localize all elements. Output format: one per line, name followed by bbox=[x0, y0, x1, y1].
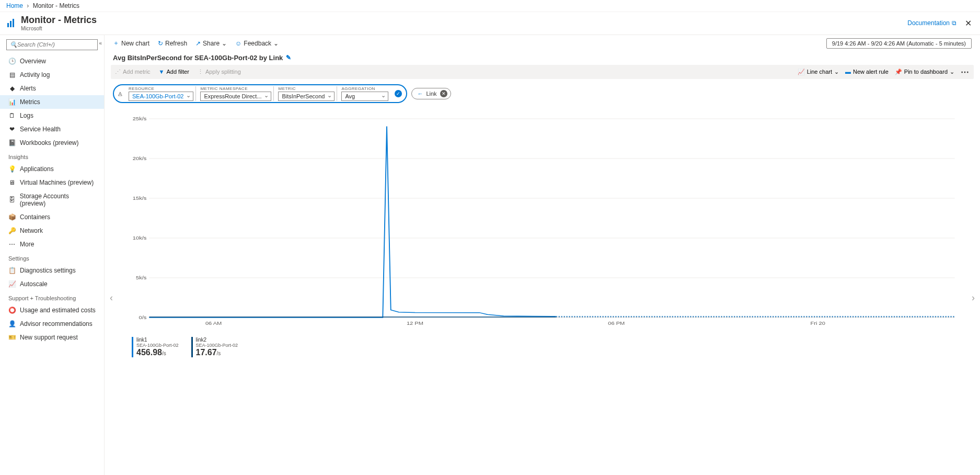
nav-icon: ⋯ bbox=[8, 241, 16, 248]
remove-tag-icon[interactable]: ✕ bbox=[440, 90, 447, 97]
filter-icon: ▼ bbox=[159, 69, 165, 75]
more-icon[interactable]: ⋯ bbox=[961, 67, 970, 77]
collapse-sidebar-icon[interactable]: « bbox=[99, 40, 102, 46]
sidebar-item-containers[interactable]: 📦Containers bbox=[0, 210, 104, 224]
namespace-label: METRIC NAMESPACE bbox=[200, 86, 271, 91]
feedback-button[interactable]: ☺Feedback ⌄ bbox=[235, 40, 279, 47]
sidebar-item-workbooks-preview-[interactable]: 📓Workbooks (preview) bbox=[0, 136, 104, 150]
chart-title: Avg BitsInPerSecond for SEA-100Gb-Port-0… bbox=[113, 54, 283, 62]
plus-icon: ＋ bbox=[113, 39, 119, 48]
refresh-button[interactable]: ↻Refresh bbox=[158, 40, 187, 47]
documentation-link[interactable]: Documentation ⧉ bbox=[907, 19, 956, 27]
sidebar-item-autoscale[interactable]: 📈Autoscale bbox=[0, 277, 104, 291]
sidebar-item-virtual-machines-preview-[interactable]: 🖥Virtual Machines (preview) bbox=[0, 176, 104, 189]
sidebar-item-network[interactable]: 🔑Network bbox=[0, 224, 104, 238]
scatter-icon: ⋰ bbox=[115, 69, 121, 75]
time-range-selector[interactable]: 9/19 4:26 AM - 9/20 4:26 AM (Automatic -… bbox=[826, 38, 972, 49]
chevron-down-icon: ⌄ bbox=[834, 69, 839, 75]
add-filter-button[interactable]: ▼Add filter bbox=[159, 69, 189, 75]
edit-icon[interactable]: ✎ bbox=[286, 54, 291, 61]
nav-label: Service Health bbox=[20, 126, 61, 133]
page-subtitle: Microsoft bbox=[21, 26, 97, 31]
metrics-chart: 0/s5k/s10k/s15k/s20k/s25k/s06 AM12 PM06 … bbox=[123, 114, 961, 333]
svg-text:12 PM: 12 PM bbox=[407, 321, 423, 326]
sidebar-item-more[interactable]: ⋯More bbox=[0, 238, 104, 251]
chart-next-icon[interactable]: › bbox=[972, 292, 975, 303]
sidebar-item-applications[interactable]: 💡Applications bbox=[0, 162, 104, 176]
nav-label: More bbox=[20, 241, 34, 248]
sidebar-item-logs[interactable]: 🗒Logs bbox=[0, 109, 104, 122]
search-box[interactable]: 🔍 bbox=[6, 39, 98, 50]
nav-label: Diagnostics settings bbox=[20, 267, 76, 274]
metric-dropdown[interactable]: BitsInPerSecond bbox=[278, 92, 335, 101]
share-button[interactable]: ↗Share ⌄ bbox=[195, 40, 227, 47]
new-alert-button[interactable]: ▬New alert rule bbox=[845, 69, 889, 75]
sidebar-item-overview[interactable]: 🕒Overview bbox=[0, 54, 104, 68]
main-content: ＋New chart ↻Refresh ↗Share ⌄ ☺Feedback ⌄… bbox=[105, 35, 980, 475]
nav-label: Applications bbox=[20, 165, 54, 173]
svg-text:20k/s: 20k/s bbox=[133, 156, 147, 161]
alert-icon: ▬ bbox=[845, 69, 851, 75]
back-arrow-icon: ← bbox=[417, 91, 423, 97]
sidebar-item-diagnostics-settings[interactable]: 📋Diagnostics settings bbox=[0, 264, 104, 277]
close-button[interactable]: ✕ bbox=[963, 16, 974, 30]
sidebar-item-usage-and-estimated-costs[interactable]: ⭕Usage and estimated costs bbox=[0, 303, 104, 317]
sidebar-item-advisor-recommendations[interactable]: 👤Advisor recommendations bbox=[0, 317, 104, 331]
chart-type-dropdown[interactable]: 📈Line chart ⌄ bbox=[798, 69, 839, 75]
resource-icon: ◬ bbox=[118, 91, 122, 96]
aggregation-label: AGGREGATION bbox=[341, 86, 388, 91]
legend-item[interactable]: link1SEA-100Gb-Port-02456.98/s bbox=[132, 337, 179, 357]
nav-icon: 👤 bbox=[8, 320, 16, 327]
sidebar-item-new-support-request[interactable]: 🎫New support request bbox=[0, 331, 104, 344]
sidebar-item-alerts[interactable]: ◆Alerts bbox=[0, 82, 104, 95]
apply-splitting-button[interactable]: ⋮Apply splitting bbox=[198, 69, 241, 75]
sidebar-item-storage-accounts-preview-[interactable]: 🗄Storage Accounts (preview) bbox=[0, 189, 104, 210]
breadcrumb-current: Monitor - Metrics bbox=[33, 2, 79, 9]
nav-icon: ❤ bbox=[8, 126, 16, 133]
filter-bar: ⋰Add metric ▼Add filter ⋮Apply splitting… bbox=[111, 65, 974, 79]
nav-label: Network bbox=[20, 227, 43, 234]
pin-icon: 📌 bbox=[895, 69, 902, 75]
aggregation-dropdown[interactable]: Avg bbox=[341, 92, 388, 101]
nav-label: Storage Accounts (preview) bbox=[20, 193, 96, 207]
nav-label: Overview bbox=[20, 58, 46, 65]
svg-rect-2 bbox=[13, 19, 14, 27]
namespace-dropdown[interactable]: ExpressRoute Direct... bbox=[200, 92, 271, 101]
nav-label: Logs bbox=[20, 112, 33, 119]
breadcrumb-home[interactable]: Home bbox=[6, 2, 23, 9]
sidebar-item-metrics[interactable]: 📊Metrics bbox=[0, 95, 104, 109]
sidebar-item-activity-log[interactable]: ▤Activity log bbox=[0, 68, 104, 82]
chevron-down-icon: ⌄ bbox=[273, 40, 279, 47]
legend-item[interactable]: link2SEA-100Gb-Port-0217.67/s bbox=[191, 337, 238, 357]
svg-text:Fri 20: Fri 20 bbox=[810, 321, 825, 326]
external-link-icon: ⧉ bbox=[952, 19, 956, 27]
legend-name: link1 bbox=[136, 337, 179, 343]
link-filter-tag[interactable]: ← Link ✕ bbox=[411, 88, 451, 99]
nav-label: Autoscale bbox=[20, 280, 48, 288]
line-chart-icon: 📈 bbox=[798, 69, 805, 75]
search-input[interactable] bbox=[17, 41, 94, 48]
add-metric-button[interactable]: ⋰Add metric bbox=[115, 69, 151, 75]
page-title: Monitor - Metrics bbox=[21, 15, 97, 26]
nav-icon: 🖥 bbox=[8, 179, 16, 186]
share-icon: ↗ bbox=[195, 40, 201, 47]
nav-label: Advisor recommendations bbox=[20, 320, 93, 327]
new-chart-button[interactable]: ＋New chart bbox=[113, 39, 149, 48]
nav-label: Containers bbox=[20, 213, 50, 221]
nav-label: Virtual Machines (preview) bbox=[20, 179, 94, 186]
breadcrumb: Home › Monitor - Metrics bbox=[0, 0, 980, 12]
nav-label: Activity log bbox=[20, 71, 50, 78]
split-icon: ⋮ bbox=[198, 69, 203, 75]
svg-text:15k/s: 15k/s bbox=[133, 196, 147, 201]
nav-icon: 💡 bbox=[8, 165, 16, 173]
pin-dashboard-button[interactable]: 📌Pin to dashboard ⌄ bbox=[895, 69, 954, 75]
chart-prev-icon[interactable]: ‹ bbox=[110, 292, 113, 303]
legend-resource: SEA-100Gb-Port-02 bbox=[136, 343, 179, 348]
metric-label: METRIC bbox=[278, 86, 335, 91]
resource-dropdown[interactable]: SEA-100Gb-Port-02 bbox=[129, 92, 193, 101]
nav-icon: 🎫 bbox=[8, 334, 16, 341]
sidebar-item-service-health[interactable]: ❤Service Health bbox=[0, 122, 104, 136]
nav-icon: 📊 bbox=[8, 98, 16, 106]
svg-text:25k/s: 25k/s bbox=[133, 116, 147, 121]
metric-selector-pill: ◬ RESOURCE SEA-100Gb-Port-02 METRIC NAME… bbox=[113, 84, 407, 103]
